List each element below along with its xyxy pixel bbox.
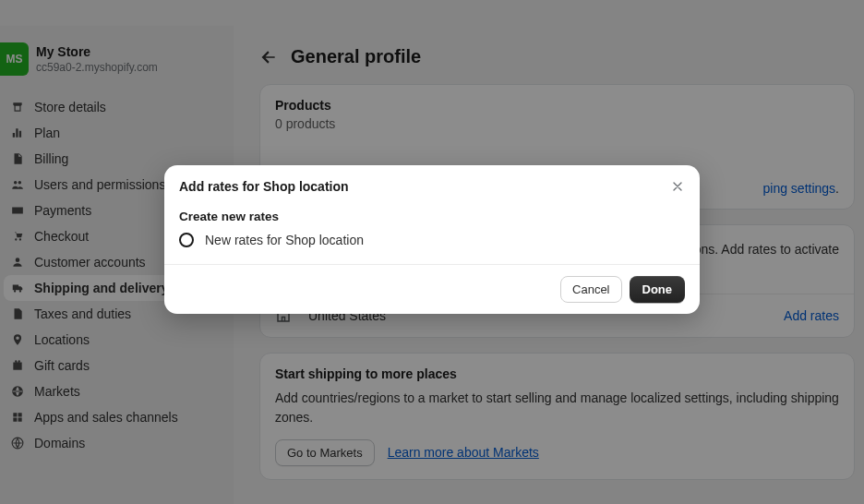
done-button[interactable]: Done: [630, 276, 686, 303]
add-rates-modal: Add rates for Shop location Create new r…: [164, 165, 700, 314]
radio-new-rates[interactable]: New rates for Shop location: [179, 233, 685, 247]
radio-button-icon: [179, 233, 194, 247]
modal-title: Add rates for Shop location: [179, 179, 349, 194]
close-icon[interactable]: [670, 179, 685, 194]
radio-label: New rates for Shop location: [205, 233, 364, 247]
modal-overlay[interactable]: Add rates for Shop location Create new r…: [0, 0, 864, 504]
cancel-button[interactable]: Cancel: [560, 276, 621, 303]
modal-section-title: Create new rates: [179, 210, 685, 223]
